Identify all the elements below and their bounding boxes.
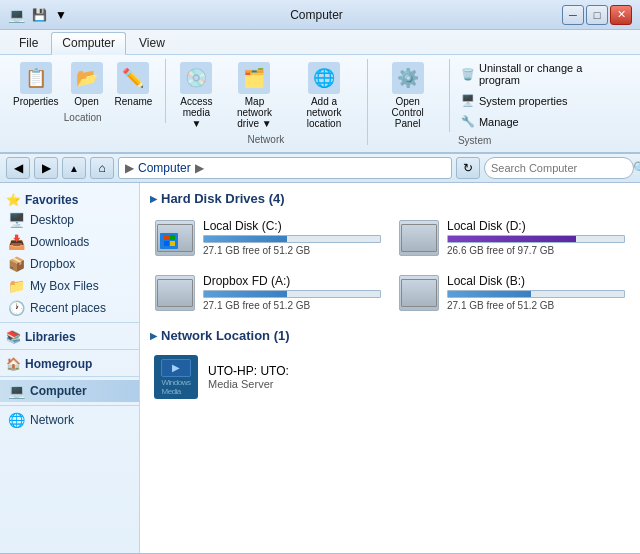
qat-down-button[interactable]: ▼ — [51, 6, 71, 24]
sidebar-item-downloads[interactable]: 📥 Downloads — [0, 231, 139, 253]
close-button[interactable]: ✕ — [610, 5, 632, 25]
path-separator: ▶ — [195, 161, 204, 175]
add-network-icon: 🌐 — [308, 62, 340, 94]
open-button[interactable]: 📂 Open — [66, 59, 108, 110]
favorites-label: Favorites — [25, 193, 78, 207]
up-button[interactable]: ▲ — [62, 157, 86, 179]
maximize-button[interactable]: □ — [586, 5, 608, 25]
network-section: 🌐 Network — [0, 409, 139, 431]
qat-save-button[interactable]: 💾 — [29, 6, 49, 24]
network-buttons: 💿 Accessmedia ▼ 🗂️ Map networkdrive ▼ 🌐 … — [172, 59, 359, 132]
sidebar-item-myboxfiles[interactable]: 📁 My Box Files — [0, 275, 139, 297]
libraries-header[interactable]: 📚 Libraries — [0, 326, 139, 346]
search-box[interactable]: 🔍 — [484, 157, 634, 179]
favorites-icon: ⭐ — [6, 193, 21, 207]
drive-c-bar-wrap — [203, 235, 381, 243]
ribbon-group-location: 📋 Properties 📂 Open ✏️ Rename Location — [8, 59, 166, 123]
libraries-icon: 📚 — [6, 330, 21, 344]
drive-d-free: 26.6 GB free of 97.7 GB — [447, 245, 625, 256]
network-group-label: Network — [248, 132, 285, 145]
rename-button[interactable]: ✏️ Rename — [110, 59, 158, 110]
network-item-name: UTO-HP: UTO: — [208, 364, 626, 378]
sidebar-item-recentplaces[interactable]: 🕐 Recent places — [0, 297, 139, 319]
drive-b[interactable]: Local Disk (B:) 27.1 GB free of 51.2 GB — [394, 269, 630, 316]
drive-c-free: 27.1 GB free of 51.2 GB — [203, 245, 381, 256]
drive-a-free: 27.1 GB free of 51.2 GB — [203, 300, 381, 311]
home-button[interactable]: ⌂ — [90, 157, 114, 179]
system-properties-button[interactable]: 🖥️ System properties — [456, 91, 624, 110]
network-nav-label: Network — [30, 413, 74, 427]
window-controls: ─ □ ✕ — [562, 5, 632, 25]
address-path[interactable]: ▶ Computer ▶ — [118, 157, 452, 179]
properties-icon: 📋 — [20, 62, 52, 94]
network-item-info: UTO-HP: UTO: Media Server — [208, 364, 626, 390]
tab-file[interactable]: File — [8, 32, 49, 54]
sidebar-divider-1 — [0, 322, 139, 323]
ribbon-group-cp: ⚙️ Open ControlPanel — [374, 59, 450, 132]
hard-disks-title: Hard Disk Drives (4) — [150, 191, 630, 206]
ribbon-group-system: 🗑️ Uninstall or change a program 🖥️ Syst… — [456, 59, 632, 146]
homegroup-header[interactable]: 🏠 Homegroup — [0, 353, 139, 373]
search-input[interactable] — [491, 162, 629, 174]
tab-computer[interactable]: Computer — [51, 32, 126, 55]
computer-window-icon: 💻 — [8, 7, 25, 23]
map-network-button[interactable]: 🗂️ Map networkdrive ▼ — [222, 59, 286, 132]
drive-a[interactable]: Dropbox FD (A:) 27.1 GB free of 51.2 GB — [150, 269, 386, 316]
system-props-icon: 🖥️ — [461, 94, 475, 107]
rename-icon: ✏️ — [117, 62, 149, 94]
window-title: Computer — [71, 8, 562, 22]
title-bar: 💻 💾 ▼ Computer ─ □ ✕ — [0, 0, 640, 30]
drive-d[interactable]: Local Disk (D:) 26.6 GB free of 97.7 GB — [394, 214, 630, 261]
refresh-button[interactable]: ↻ — [456, 157, 480, 179]
manage-icon: 🔧 — [461, 115, 475, 128]
properties-buttons: 📋 Properties 📂 Open ✏️ Rename — [8, 59, 157, 110]
sidebar-item-computer[interactable]: 💻 Computer — [0, 380, 139, 402]
access-media-button[interactable]: 💿 Accessmedia ▼ — [172, 59, 220, 132]
drive-d-name: Local Disk (D:) — [447, 219, 625, 233]
drive-c-info: Local Disk (C:) 27.1 GB free of 51.2 GB — [203, 219, 381, 256]
tab-view[interactable]: View — [128, 32, 176, 54]
ribbon: File Computer View 📋 Properties 📂 Open ✏… — [0, 30, 640, 154]
sidebar: ⭐ Favorites 🖥️ Desktop 📥 Downloads 📦 Dro… — [0, 183, 140, 553]
minimize-button[interactable]: ─ — [562, 5, 584, 25]
network-item-type: Media Server — [208, 378, 626, 390]
computer-nav-label: Computer — [30, 384, 87, 398]
sidebar-item-network[interactable]: 🌐 Network — [0, 409, 139, 431]
search-icon: 🔍 — [633, 161, 640, 175]
path-computer[interactable]: Computer — [138, 161, 191, 175]
drive-b-name: Local Disk (B:) — [447, 274, 625, 288]
drive-c[interactable]: Local Disk (C:) 27.1 GB free of 51.2 GB — [150, 214, 386, 261]
access-media-icon: 💿 — [180, 62, 212, 94]
drive-a-name: Dropbox FD (A:) — [203, 274, 381, 288]
drive-d-icon — [399, 220, 439, 256]
forward-button[interactable]: ▶ — [34, 157, 58, 179]
sidebar-item-desktop[interactable]: 🖥️ Desktop — [0, 209, 139, 231]
properties-button[interactable]: 📋 Properties — [8, 59, 64, 110]
open-control-panel-button[interactable]: ⚙️ Open ControlPanel — [374, 59, 441, 132]
drive-d-bar-wrap — [447, 235, 625, 243]
manage-button[interactable]: 🔧 Manage — [456, 112, 624, 131]
drive-a-icon — [155, 275, 195, 311]
drive-b-info: Local Disk (B:) 27.1 GB free of 51.2 GB — [447, 274, 625, 311]
favorites-header[interactable]: ⭐ Favorites — [0, 189, 139, 209]
add-network-button[interactable]: 🌐 Add a networklocation — [289, 59, 360, 132]
ribbon-tabs: File Computer View — [0, 30, 640, 54]
homegroup-section: 🏠 Homegroup — [0, 353, 139, 373]
network-item-icon: ▶ WindowsMedia — [154, 355, 198, 399]
network-buttons-wrap: 💿 Accessmedia ▼ 🗂️ Map networkdrive ▼ 🌐 … — [172, 59, 359, 145]
location-group-label: Location — [64, 110, 102, 123]
sidebar-item-dropbox[interactable]: 📦 Dropbox — [0, 253, 139, 275]
network-item-uto[interactable]: ▶ WindowsMedia UTO-HP: UTO: Media Server — [150, 351, 630, 403]
sidebar-divider-3 — [0, 376, 139, 377]
favorites-section: ⭐ Favorites 🖥️ Desktop 📥 Downloads 📦 Dro… — [0, 189, 139, 319]
libraries-section: 📚 Libraries — [0, 326, 139, 346]
sidebar-divider-4 — [0, 405, 139, 406]
sidebar-divider-2 — [0, 349, 139, 350]
back-button[interactable]: ◀ — [6, 157, 30, 179]
uninstall-button[interactable]: 🗑️ Uninstall or change a program — [456, 59, 624, 89]
drive-c-icon — [155, 220, 195, 256]
desktop-icon: 🖥️ — [8, 212, 25, 228]
home-chevron-icon: ▶ — [125, 161, 134, 175]
dropbox-icon: 📦 — [8, 256, 25, 272]
uninstall-icon: 🗑️ — [461, 68, 475, 81]
